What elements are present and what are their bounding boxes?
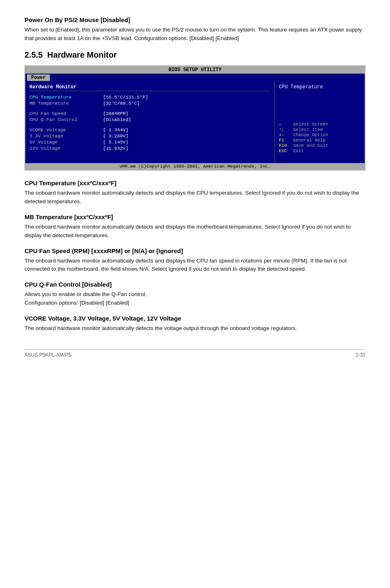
bios-legend-row-esc: ESC Exit [279, 148, 361, 153]
power-on-title: Power On By PS/2 Mouse [Disabled] [25, 16, 365, 23]
power-on-desc: When set to [Enabled], this parameter al… [25, 26, 365, 43]
bios-right-title: CPU Temperature [279, 84, 361, 90]
bios-key-cpu-temp: CPU Temperature [29, 94, 103, 100]
section-voltage-title: VCORE Voltage, 3.3V Voltage, 5V Voltage,… [25, 315, 365, 322]
bios-row-cpu-fan: CPU Fan Speed [2884RPM] [29, 111, 270, 116]
section-voltage-desc: The onboard hardware monitor automatical… [25, 324, 365, 333]
bios-spacer-r6 [279, 114, 361, 118]
section-cpu-temp-title: CPU Temperature [xxxºC/xxxºF] [25, 180, 365, 186]
bios-spacer-r2 [279, 97, 361, 101]
bios-key-mb-temp: MB Temperature [29, 101, 103, 106]
section-cpu-temp-desc: The onboard hardware monitor automatical… [25, 189, 365, 206]
bios-legend-row-ud: ↑↓ Select Item [279, 127, 361, 132]
bios-left-panel: Hardware Monitor CPU Temperature [55.5°C… [25, 81, 275, 163]
bios-legend-val-pm: Change Option [293, 132, 328, 137]
bios-val-cpu-qfan: [Disabled] [103, 117, 131, 122]
footer-page: 2-31 [356, 352, 365, 358]
section-cpu-fan-speed: CPU Fan Speed (RPM) [xxxxRPM] or [N/A] o… [25, 247, 365, 274]
bios-row-cpu-qfan: CPU Q-Fan Control [Disabled] [29, 117, 270, 122]
bios-legend-row-f1: F1 General Help [279, 138, 361, 143]
section-mb-temp-title: MB Temperature [xxxºC/xxxºF] [25, 213, 365, 220]
bios-val-cpu-temp: [55.5°C/131.5°F] [103, 94, 148, 100]
section-cpu-temp: CPU Temperature [xxxºC/xxxºF] The onboar… [25, 180, 365, 206]
bios-footer: vMM.mm (C)Copyright 1985-2002, American … [25, 163, 365, 170]
section-voltage: VCORE Voltage, 3.3V Voltage, 5V Voltage,… [25, 315, 365, 333]
bios-spacer-1 [29, 107, 270, 111]
bios-legend-key-arrows: ↔ [279, 122, 293, 127]
bios-val-12v: [11.932V] [103, 146, 128, 151]
bios-val-3v3: [ 3.280V] [103, 133, 128, 139]
bios-legend-row-f10: F10 Save and Exit [279, 143, 361, 148]
bios-spacer-r4 [279, 105, 361, 110]
section-cpu-fan-speed-desc: The onboard hardware monitor automatical… [25, 257, 365, 274]
bios-spacer-r3 [279, 101, 361, 105]
bios-key-vcore: VCORE Voltage [29, 127, 103, 132]
bios-legend-key-f10: F10 [279, 143, 293, 148]
bios-val-cpu-fan: [2884RPM] [103, 111, 128, 116]
power-on-section: Power On By PS/2 Mouse [Disabled] When s… [25, 16, 365, 43]
bios-key-3v3: 3.3V Voltage [29, 133, 103, 139]
bios-row-5v: 5V Voltage [ 5.145V] [29, 139, 270, 145]
bios-row-vcore: VCORE Voltage [ 1.344V] [29, 127, 270, 132]
bios-screen: BIOS SETUP UTILITY Power Hardware Monito… [25, 65, 365, 171]
bios-legend-row-pm: +- Change Option [279, 132, 361, 137]
bios-legend-val-f10: Save and Exit [293, 143, 328, 148]
chapter-heading: 2.5.5 Hardware Monitor [25, 50, 365, 60]
content-sections: CPU Temperature [xxxºC/xxxºF] The onboar… [25, 180, 365, 333]
bios-legend-val-f1: General Help [293, 138, 325, 143]
chapter-number: 2.5.5 [25, 50, 43, 59]
footer-divider [25, 349, 365, 350]
chapter-title: Hardware Monitor [47, 50, 117, 59]
page-footer: ASUS P5KPL-AM/PS 2-31 [25, 352, 365, 358]
bios-header: BIOS SETUP UTILITY [25, 66, 365, 74]
section-cpu-qfan-desc: Allows you to enable or disable the Q-Fa… [25, 290, 365, 307]
bios-key-cpu-qfan: CPU Q-Fan Control [29, 117, 103, 122]
bios-section-label: Hardware Monitor [29, 84, 270, 91]
bios-spacer-3 [29, 152, 270, 156]
bios-legend-key-ud: ↑↓ [279, 127, 293, 132]
bios-val-vcore: [ 1.344V] [103, 127, 128, 132]
bios-row-cpu-temp: CPU Temperature [55.5°C/131.5°F] [29, 94, 270, 100]
bios-val-mb-temp: [32°C/89.5°C] [103, 101, 140, 106]
bios-legend-row-arrows: ↔ Select Screen [279, 122, 361, 127]
bios-row-12v: 12V Voltage [11.932V] [29, 146, 270, 151]
section-mb-temp-desc: The onboard hardware monitor automatical… [25, 223, 365, 240]
bios-legend-val-ud: Select Item [293, 127, 323, 132]
bios-spacer-r1 [279, 93, 361, 97]
section-cpu-qfan-title: CPU Q-Fan Control [Disabled] [25, 281, 365, 288]
bios-key-5v: 5V Voltage [29, 139, 103, 145]
bios-spacer-2 [29, 123, 270, 127]
bios-val-5v: [ 5.145V] [103, 139, 128, 145]
bios-key-cpu-fan: CPU Fan Speed [29, 111, 103, 116]
bios-legend-val-esc: Exit [293, 148, 304, 153]
bios-legend-key-f1: F1 [279, 138, 293, 143]
bios-tab-power[interactable]: Power [27, 74, 50, 81]
footer-brand: ASUS P5KPL-AM/PS [25, 352, 72, 358]
section-cpu-qfan: CPU Q-Fan Control [Disabled] Allows you … [25, 281, 365, 307]
bios-key-12v: 12V Voltage [29, 146, 103, 151]
bios-legend-val-arrows: Select Screen [293, 122, 328, 127]
bios-legend-key-esc: ESC [279, 148, 293, 153]
bios-tab-row: Power [25, 74, 365, 81]
section-mb-temp: MB Temperature [xxxºC/xxxºF] The onboard… [25, 213, 365, 240]
bios-right-panel: CPU Temperature ↔ Select Screen ↑↓ Selec… [275, 81, 365, 163]
bios-spacer-4 [29, 156, 270, 160]
bios-legend: ↔ Select Screen ↑↓ Select Item +- Change… [279, 122, 361, 153]
section-cpu-fan-speed-title: CPU Fan Speed (RPM) [xxxxRPM] or [N/A] o… [25, 247, 365, 254]
bios-spacer-r5 [279, 110, 361, 114]
bios-row-mb-temp: MB Temperature [32°C/89.5°C] [29, 101, 270, 106]
bios-body: Hardware Monitor CPU Temperature [55.5°C… [25, 81, 365, 163]
bios-row-3v3: 3.3V Voltage [ 3.280V] [29, 133, 270, 139]
bios-legend-key-pm: +- [279, 132, 293, 137]
